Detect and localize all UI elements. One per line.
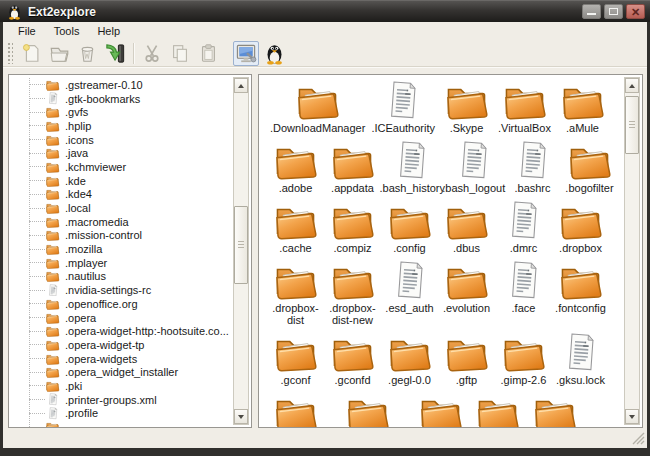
icon-grid-item[interactable]: .compiz — [324, 200, 381, 254]
icon-item-label: .face — [512, 302, 536, 314]
tree-item[interactable]: .gstreamer-0.10 — [15, 78, 230, 92]
tree-item[interactable]: .kchmviewer — [15, 160, 230, 174]
save-export-button[interactable] — [102, 41, 128, 66]
tree-item[interactable]: .opera_widget_installer — [15, 365, 230, 379]
new-file-button[interactable] — [18, 41, 44, 66]
icon-grid-item[interactable]: .gftp — [438, 332, 495, 386]
icon-grid-item[interactable]: .bash_history — [381, 140, 444, 194]
icon-grid-item[interactable]: .aMule — [554, 80, 611, 134]
tree-item[interactable]: .gvfs — [15, 105, 230, 119]
icon-grid-item[interactable]: .DownloadManager — [267, 80, 368, 134]
icon-grid-item[interactable]: .ICEauthority — [368, 80, 438, 134]
tree-item[interactable]: .nvidia-settings-rc — [15, 283, 230, 297]
icon-grid-item[interactable]: .Skype — [438, 80, 495, 134]
tree-item[interactable]: .mozilla — [15, 242, 230, 256]
icon-grid-item[interactable]: .esd_auth — [381, 260, 438, 314]
icon-grid-item[interactable]: .gksu.lock — [552, 332, 609, 386]
tree-item[interactable]: .mission-control — [15, 229, 230, 243]
icon-grid-item[interactable]: .bogofilter — [561, 140, 618, 194]
tree-item[interactable]: .kde4 — [15, 188, 230, 202]
toolbar-drag-handle[interactable] — [7, 42, 13, 64]
tree-item[interactable]: .profile — [15, 407, 230, 421]
icon-grid-item[interactable]: .config — [381, 200, 438, 254]
icon-grid-item[interactable]: .face — [495, 260, 552, 314]
tree-item[interactable]: .opera-widget-tp — [15, 338, 230, 352]
icon-grid-item[interactable]: .gpilotd — [526, 392, 583, 427]
open-folder-button[interactable] — [46, 41, 72, 66]
copy-button[interactable] — [167, 41, 193, 66]
folder-icon — [45, 380, 60, 392]
icon-grid-item[interactable]: .evolution — [438, 260, 495, 314]
icon-grid-item[interactable]: .gnupg — [412, 392, 469, 427]
tree-item[interactable]: .opera — [15, 311, 230, 325]
icon-grid-item[interactable]: .cache — [267, 200, 324, 254]
icon-box — [517, 140, 549, 180]
resize-grip-icon[interactable] — [632, 432, 645, 445]
tree-item-label: .openoffice.org — [65, 298, 138, 310]
minimize-button[interactable] — [582, 4, 601, 19]
tree-item[interactable]: .local — [15, 201, 230, 215]
tree-item-label: .mplayer — [65, 257, 107, 269]
icon-grid-item[interactable]: .dropbox- dist-new — [324, 260, 381, 326]
icon-grid-item[interactable]: .bashrc — [504, 140, 561, 194]
icons-scrollbar[interactable] — [624, 77, 640, 425]
icon-grid-item[interactable]: .dropbox- dist — [267, 260, 324, 326]
scroll-down-button[interactable] — [625, 409, 639, 424]
icon-grid-item[interactable]: .gegl-0.0 — [381, 332, 438, 386]
tree-scrollbar[interactable] — [233, 77, 249, 425]
linux-tux-button[interactable] — [261, 41, 287, 66]
scrollbar-thumb[interactable] — [234, 206, 248, 284]
icon-grid-item[interactable]: .dropbox — [552, 200, 609, 254]
icon-grid-item[interactable]: .dmrc — [495, 200, 552, 254]
menu-tools[interactable]: Tools — [45, 23, 89, 39]
properties-button[interactable] — [233, 41, 259, 66]
icon-item-label: .DownloadManager — [270, 122, 365, 134]
icon-grid-item[interactable]: .bash_logout — [444, 140, 504, 194]
scroll-up-button[interactable] — [234, 78, 248, 93]
folder-icon — [45, 188, 60, 200]
tree-item[interactable]: .icons — [15, 133, 230, 147]
tree-item[interactable]: .openoffice.org — [15, 297, 230, 311]
maximize-button[interactable] — [604, 4, 623, 19]
menu-help[interactable]: Help — [88, 23, 129, 39]
tree-item[interactable]: .gtk-bookmarks — [15, 92, 230, 106]
icon-grid-item[interactable]: .google — [469, 392, 526, 427]
scrollbar-thumb[interactable] — [625, 96, 639, 154]
icon-grid-item[interactable]: .gconf — [267, 332, 324, 386]
tree-connector — [29, 344, 45, 345]
trash-button[interactable] — [74, 41, 100, 66]
menu-file[interactable]: File — [9, 23, 45, 39]
tree-item[interactable]: .opera-widget-http:-hootsuite.co... — [15, 324, 230, 338]
tree-item[interactable]: .java — [15, 146, 230, 160]
file-icon — [48, 92, 58, 105]
tree-item[interactable] — [15, 420, 230, 427]
icon-grid-item[interactable]: .dbus — [438, 200, 495, 254]
icon-grid-item[interactable]: .gconfd — [324, 332, 381, 386]
tree-item[interactable]: .printer-groups.xml — [15, 393, 230, 407]
tree-item[interactable]: .kde — [15, 174, 230, 188]
paste-button[interactable] — [195, 41, 221, 66]
icon-item-label: .dropbox- dist — [272, 302, 318, 326]
icon-box — [443, 200, 490, 240]
scroll-down-button[interactable] — [234, 409, 248, 424]
close-button[interactable]: ✕ — [626, 4, 645, 19]
folder-icon — [329, 142, 376, 180]
tree-item[interactable]: .hplip — [15, 119, 230, 133]
icon-grid-item[interactable]: .appdata — [324, 140, 381, 194]
icon-item-label: .ICEauthority — [371, 122, 435, 134]
icon-grid-item[interactable]: .gnome2_private — [324, 392, 412, 427]
titlebar[interactable]: Ext2explore ✕ — [0, 0, 650, 22]
icon-grid-item[interactable]: .adobe — [267, 140, 324, 194]
tree-item[interactable]: .nautilus — [15, 270, 230, 284]
icon-grid-item[interactable]: .gnome2 — [267, 392, 324, 427]
tree-item[interactable]: .mplayer — [15, 256, 230, 270]
icon-grid-item[interactable]: .VirtualBox — [495, 80, 554, 134]
cut-button[interactable] — [139, 41, 165, 66]
tree-item[interactable]: .pki — [15, 379, 230, 393]
icon-grid-item[interactable]: .gimp-2.6 — [495, 332, 552, 386]
tree-item[interactable]: .opera-widgets — [15, 352, 230, 366]
arrow-down-icon — [238, 415, 244, 419]
scroll-up-button[interactable] — [625, 78, 639, 93]
icon-grid-item[interactable]: .fontconfig — [552, 260, 609, 314]
tree-item[interactable]: .macromedia — [15, 215, 230, 229]
